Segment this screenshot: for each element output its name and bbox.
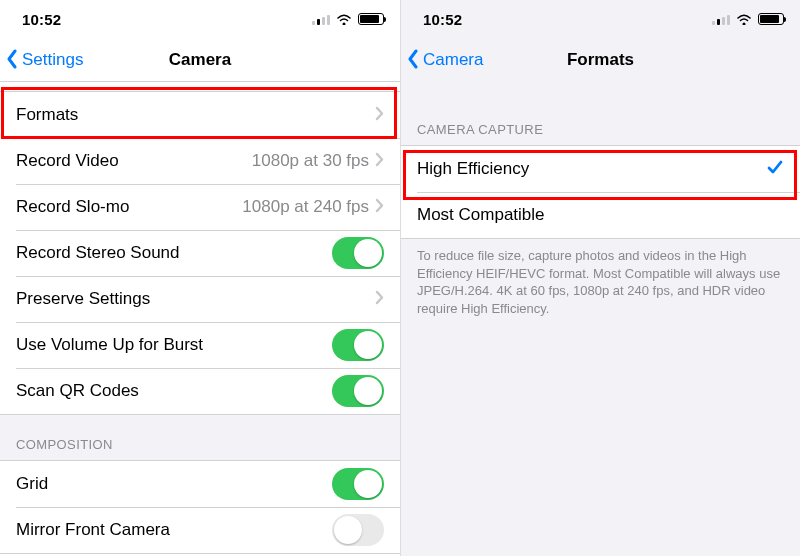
checkmark-icon: [766, 158, 784, 180]
mirror-front-row[interactable]: Mirror Front Camera: [0, 507, 400, 553]
composition-header: Composition: [0, 415, 400, 460]
formats-options-group: High Efficiency Most Compatible: [401, 145, 800, 239]
record-video-row[interactable]: Record Video 1080p at 30 fps: [0, 138, 400, 184]
mirror-toggle[interactable]: [332, 514, 384, 546]
volume-burst-row[interactable]: Use Volume Up for Burst: [0, 322, 400, 368]
row-label: Mirror Front Camera: [16, 520, 170, 540]
chevron-right-icon: [375, 198, 384, 217]
row-detail: 1080p at 30 fps: [252, 151, 369, 171]
row-label: Record Video: [16, 151, 119, 171]
back-button[interactable]: Settings: [6, 38, 83, 82]
preserve-settings-row[interactable]: Preserve Settings: [0, 276, 400, 322]
chevron-left-icon: [407, 49, 421, 71]
record-slomo-row[interactable]: Record Slo-mo 1080p at 240 fps: [0, 184, 400, 230]
volume-burst-toggle[interactable]: [332, 329, 384, 361]
row-label: Record Stereo Sound: [16, 243, 180, 263]
battery-icon: [758, 13, 784, 25]
row-label: Preserve Settings: [16, 289, 150, 309]
row-label: Use Volume Up for Burst: [16, 335, 203, 355]
chevron-right-icon: [375, 290, 384, 309]
row-label: Grid: [16, 474, 48, 494]
row-label: High Efficiency: [417, 159, 529, 179]
wifi-icon: [736, 13, 752, 25]
record-stereo-row[interactable]: Record Stereo Sound: [0, 230, 400, 276]
camera-capture-header: Camera Capture: [401, 82, 800, 145]
row-detail: 1080p at 240 fps: [242, 197, 369, 217]
status-time: 10:52: [22, 11, 61, 28]
status-bar: 10:52: [0, 0, 400, 38]
battery-icon: [358, 13, 384, 25]
grid-row[interactable]: Grid: [0, 461, 400, 507]
formats-footer-text: To reduce file size, capture photos and …: [401, 239, 800, 333]
status-time: 10:52: [423, 11, 462, 28]
camera-settings-group: Formats Record Video 1080p at 30 fps Rec…: [0, 91, 400, 415]
status-indicators: [712, 13, 784, 25]
scan-qr-row[interactable]: Scan QR Codes: [0, 368, 400, 414]
wifi-icon: [336, 13, 352, 25]
camera-settings-pane: 10:52 Settings Camera Formats Record Vid…: [0, 0, 400, 556]
nav-bar: Settings Camera: [0, 38, 400, 82]
high-efficiency-row[interactable]: High Efficiency: [401, 146, 800, 192]
formats-row[interactable]: Formats: [0, 92, 400, 138]
page-title: Formats: [567, 50, 634, 70]
back-label: Camera: [423, 50, 483, 70]
status-indicators: [312, 13, 384, 25]
formats-pane: 10:52 Camera Formats Camera Capture High…: [400, 0, 800, 556]
row-label: Most Compatible: [417, 205, 545, 225]
back-button[interactable]: Camera: [407, 38, 483, 82]
cellular-signal-icon: [312, 13, 330, 25]
row-label: Scan QR Codes: [16, 381, 139, 401]
nav-bar: Camera Formats: [401, 38, 800, 82]
row-label: Record Slo-mo: [16, 197, 129, 217]
chevron-right-icon: [375, 152, 384, 171]
page-title: Camera: [169, 50, 231, 70]
chevron-right-icon: [375, 106, 384, 125]
most-compatible-row[interactable]: Most Compatible: [401, 192, 800, 238]
cellular-signal-icon: [712, 13, 730, 25]
composition-group: Grid Mirror Front Camera: [0, 460, 400, 554]
grid-toggle[interactable]: [332, 468, 384, 500]
status-bar: 10:52: [401, 0, 800, 38]
back-label: Settings: [22, 50, 83, 70]
qr-toggle[interactable]: [332, 375, 384, 407]
stereo-toggle[interactable]: [332, 237, 384, 269]
chevron-left-icon: [6, 49, 20, 71]
row-label: Formats: [16, 105, 78, 125]
